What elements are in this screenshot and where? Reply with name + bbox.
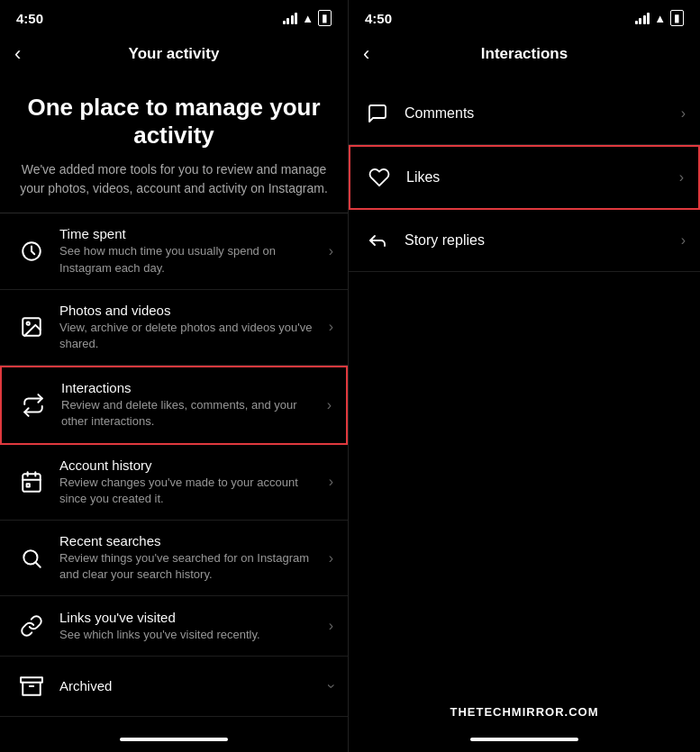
home-indicator-right bbox=[349, 730, 700, 752]
menu-item-time-spent[interactable]: Time spent See how much time you usually… bbox=[0, 213, 348, 289]
status-time-right: 4:50 bbox=[365, 11, 392, 26]
status-time-left: 4:50 bbox=[16, 11, 43, 26]
signal-icon-left bbox=[283, 13, 298, 24]
heart-icon bbox=[365, 163, 394, 192]
chevron-story-replies: › bbox=[681, 232, 686, 249]
menu-item-photos-videos[interactable]: Photos and videos View, archive or delet… bbox=[0, 290, 348, 366]
interactions-icon bbox=[16, 388, 50, 422]
menu-desc-recent-searches: Review things you've searched for on Ins… bbox=[59, 550, 322, 583]
status-icons-right: ▲ ▮ bbox=[635, 10, 684, 26]
home-bar-right bbox=[470, 738, 578, 741]
menu-item-recent-searches[interactable]: Recent searches Review things you've sea… bbox=[0, 521, 348, 596]
menu-item-archived[interactable]: Archived › bbox=[0, 657, 348, 717]
chevron-account-history: › bbox=[329, 474, 333, 490]
watermark: THETECHMIRROR.COM bbox=[349, 693, 700, 730]
battery-icon-right: ▮ bbox=[670, 10, 684, 26]
chevron-time-spent: › bbox=[329, 243, 333, 259]
menu-item-links-visited[interactable]: Links you've visited See which links you… bbox=[0, 596, 348, 657]
chevron-links-visited: › bbox=[329, 618, 333, 634]
battery-icon-left: ▮ bbox=[318, 10, 332, 26]
home-indicator-left bbox=[0, 730, 348, 752]
menu-title-account-history: Account history bbox=[59, 458, 322, 473]
comment-icon bbox=[363, 99, 392, 128]
menu-item-account-history[interactable]: Account history Review changes you've ma… bbox=[0, 445, 348, 521]
search-icon bbox=[14, 541, 49, 575]
calendar-icon bbox=[14, 465, 49, 499]
wifi-icon-left: ▲ bbox=[302, 12, 314, 25]
interaction-item-likes[interactable]: Likes › bbox=[349, 145, 700, 210]
back-button-left[interactable]: ‹ bbox=[14, 42, 21, 66]
watermark-text: THETECHMIRROR.COM bbox=[450, 705, 598, 719]
menu-title-links-visited: Links you've visited bbox=[59, 610, 322, 625]
menu-desc-time-spent: See how much time you usually spend on I… bbox=[59, 243, 322, 276]
hero-section: One place to manage your activity We've … bbox=[0, 76, 348, 213]
menu-text-links-visited: Links you've visited See which links you… bbox=[59, 610, 322, 643]
hero-title: One place to manage your activity bbox=[18, 94, 330, 149]
menu-item-interactions[interactable]: Interactions Review and delete likes, co… bbox=[0, 366, 348, 444]
chevron-recent-searches: › bbox=[329, 550, 333, 566]
menu-text-recent-searches: Recent searches Review things you've sea… bbox=[59, 533, 322, 583]
svg-rect-7 bbox=[27, 484, 30, 486]
status-bar-left: 4:50 ▲ ▮ bbox=[0, 0, 348, 32]
hero-subtitle: We've added more tools for you to review… bbox=[18, 160, 330, 198]
menu-list: Time spent See how much time you usually… bbox=[0, 213, 348, 730]
chevron-archived: › bbox=[323, 684, 339, 689]
interactions-list: Comments › Likes › Story replies › bbox=[349, 76, 700, 693]
menu-desc-interactions: Review and delete likes, comments, and y… bbox=[61, 397, 320, 430]
menu-desc-photos-videos: View, archive or delete photos and video… bbox=[59, 320, 322, 352]
menu-text-interactions: Interactions Review and delete likes, co… bbox=[61, 380, 320, 430]
right-panel: 4:50 ▲ ▮ ‹ Interactions Comments › bbox=[349, 0, 700, 752]
chevron-comments: › bbox=[681, 105, 686, 122]
interaction-label-likes: Likes bbox=[406, 169, 679, 186]
status-icons-left: ▲ ▮ bbox=[283, 10, 332, 26]
nav-title-left: Your activity bbox=[129, 45, 220, 63]
clock-icon bbox=[14, 234, 49, 268]
menu-text-photos-videos: Photos and videos View, archive or delet… bbox=[59, 303, 322, 352]
link-icon bbox=[14, 609, 49, 643]
interaction-item-story-replies[interactable]: Story replies › bbox=[349, 210, 700, 272]
nav-bar-right: ‹ Interactions bbox=[349, 32, 700, 76]
menu-desc-account-history: Review changes you've made to your accou… bbox=[59, 475, 322, 507]
wifi-icon-right: ▲ bbox=[654, 12, 666, 25]
interaction-label-story-replies: Story replies bbox=[405, 232, 681, 249]
nav-title-right: Interactions bbox=[481, 45, 568, 63]
menu-desc-links-visited: See which links you've visited recently. bbox=[59, 627, 322, 643]
left-panel: 4:50 ▲ ▮ ‹ Your activity One place to ma… bbox=[0, 0, 349, 752]
svg-line-9 bbox=[36, 563, 41, 567]
back-button-right[interactable]: ‹ bbox=[363, 42, 369, 66]
menu-text-archived: Archived bbox=[59, 678, 322, 695]
menu-title-photos-videos: Photos and videos bbox=[59, 303, 322, 318]
menu-text-account-history: Account history Review changes you've ma… bbox=[59, 458, 322, 507]
menu-title-interactions: Interactions bbox=[61, 380, 320, 395]
chevron-interactions: › bbox=[327, 397, 332, 413]
signal-icon-right bbox=[635, 13, 650, 24]
svg-rect-3 bbox=[23, 475, 41, 493]
interaction-label-comments: Comments bbox=[405, 105, 681, 122]
chevron-photos-videos: › bbox=[329, 319, 333, 335]
home-bar-left bbox=[120, 738, 228, 741]
menu-text-time-spent: Time spent See how much time you usually… bbox=[59, 226, 322, 276]
chevron-likes: › bbox=[679, 169, 684, 186]
nav-bar-left: ‹ Your activity bbox=[0, 32, 348, 76]
status-bar-right: 4:50 ▲ ▮ bbox=[349, 0, 700, 32]
svg-point-2 bbox=[27, 322, 30, 325]
svg-point-8 bbox=[23, 550, 37, 564]
archive-icon bbox=[14, 669, 49, 703]
photos-icon bbox=[14, 310, 49, 344]
menu-title-time-spent: Time spent bbox=[59, 226, 322, 241]
reply-icon bbox=[363, 226, 392, 255]
interaction-item-comments[interactable]: Comments › bbox=[349, 83, 700, 145]
menu-title-recent-searches: Recent searches bbox=[59, 533, 322, 548]
menu-title-archived: Archived bbox=[59, 678, 322, 693]
